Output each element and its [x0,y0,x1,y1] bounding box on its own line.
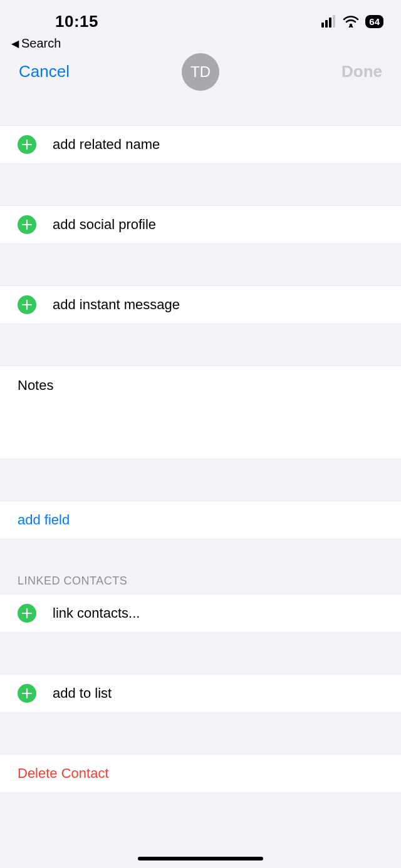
add-social-profile-row[interactable]: add social profile [0,205,401,244]
notes-label: Notes [18,377,53,393]
linked-contacts-header: LINKED CONTACTS [0,574,401,594]
add-social-profile-label: add social profile [53,217,156,233]
contact-avatar[interactable]: TD [182,53,219,91]
chevron-left-icon: ◀ [11,38,19,49]
done-button[interactable]: Done [341,62,382,81]
notes-field[interactable]: Notes [0,365,401,459]
add-instant-message-row[interactable]: add instant message [0,285,401,324]
cancel-button[interactable]: Cancel [19,62,70,81]
plus-icon [18,215,36,234]
delete-contact-label: Delete Contact [18,765,109,782]
back-label: Search [21,36,61,51]
home-indicator[interactable] [138,857,263,860]
add-to-list-row[interactable]: add to list [0,674,401,713]
add-related-name-label: add related name [53,136,160,153]
plus-icon [18,604,36,623]
link-contacts-label: link contacts... [53,605,140,621]
link-contacts-row[interactable]: link contacts... [0,594,401,633]
plus-icon [18,135,36,154]
add-related-name-row[interactable]: add related name [0,125,401,164]
delete-contact-row[interactable]: Delete Contact [0,754,401,793]
add-field-row[interactable]: add field [0,501,401,539]
add-to-list-label: add to list [53,685,112,702]
cellular-signal-icon [321,15,336,28]
add-instant-message-label: add instant message [53,297,180,313]
plus-icon [18,684,36,703]
nav-bar: Cancel TD Done [0,51,401,100]
svg-point-0 [350,24,352,26]
back-to-search[interactable]: ◀ Search [0,31,401,51]
add-field-label: add field [18,512,70,528]
plus-icon [18,295,36,314]
status-time: 10:15 [55,12,98,31]
battery-icon: 64 [365,15,383,28]
wifi-icon [343,15,359,28]
status-bar: 10:15 64 [0,0,401,31]
status-icons: 64 [321,15,383,28]
